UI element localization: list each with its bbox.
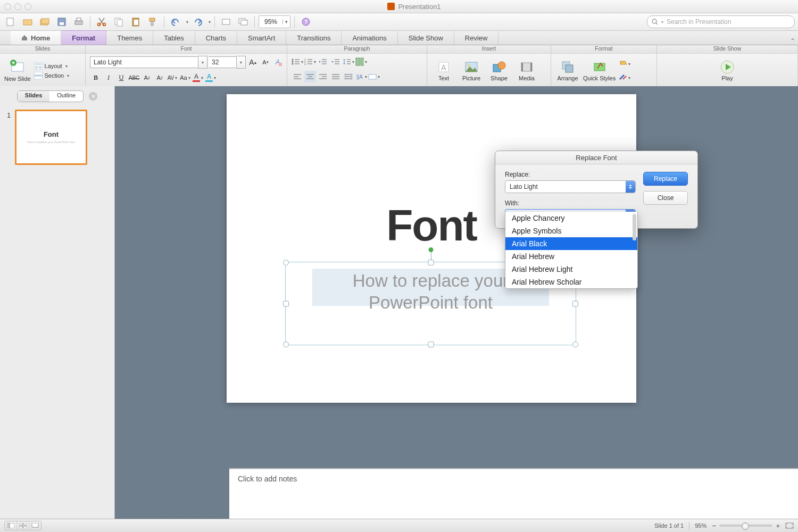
zoom-dropdown-icon[interactable]: ▾	[282, 19, 290, 24]
sorter-view-button[interactable]	[17, 521, 29, 530]
resize-handle-se[interactable]	[572, 342, 578, 347]
clear-formatting-button[interactable]: A	[272, 56, 284, 68]
superscript-button[interactable]: A2	[141, 72, 153, 84]
tab-themes[interactable]: Themes	[106, 31, 153, 45]
panel-tab-slides[interactable]: Slides	[18, 91, 49, 102]
align-center-button[interactable]	[304, 71, 316, 82]
font-option-apple-symbols[interactable]: Apple Symbols	[505, 225, 637, 237]
open-file-button[interactable]	[20, 14, 35, 29]
convert-smartart-button[interactable]: ▾	[368, 71, 380, 82]
dropdown-scrollbar[interactable]	[633, 214, 636, 240]
layout-button[interactable]: Layout▾	[34, 62, 70, 70]
tab-review[interactable]: Review	[454, 31, 499, 45]
tab-animations[interactable]: Animations	[342, 31, 397, 45]
traffic-close[interactable]	[4, 3, 11, 10]
justify-button[interactable]	[330, 71, 342, 82]
cut-button[interactable]	[94, 14, 109, 29]
distribute-button[interactable]	[343, 71, 354, 82]
font-size-select[interactable]: 32▾	[209, 56, 246, 69]
tab-format[interactable]: Format	[61, 30, 106, 45]
tab-smartart[interactable]: SmartArt	[237, 31, 286, 45]
resize-handle-nw[interactable]	[283, 260, 289, 265]
close-dialog-button[interactable]: Close	[643, 191, 688, 205]
increase-font-size-button[interactable]: A▴	[247, 56, 259, 68]
format-painter-button[interactable]	[145, 14, 160, 29]
paste-button[interactable]	[128, 14, 143, 29]
resize-handle-n[interactable]	[428, 260, 434, 265]
zoom-in-button[interactable]: +	[776, 522, 780, 530]
new-slide-qat-button[interactable]	[219, 14, 234, 29]
underline-button[interactable]: U	[115, 72, 127, 84]
italic-button[interactable]: I	[103, 72, 114, 84]
font-option-apple-chancery[interactable]: Apple Chancery	[505, 212, 637, 225]
panel-tab-outline[interactable]: Outline	[49, 91, 83, 102]
open-recent-button[interactable]	[37, 14, 52, 29]
slide-thumbnail-1[interactable]: Font How to replace your PowerPoint font	[15, 110, 87, 165]
notes-pane[interactable]: Click to add notes	[229, 469, 798, 519]
line-spacing-button[interactable]: ▾	[343, 56, 354, 68]
font-name-select[interactable]: Lato Light▾	[90, 56, 207, 69]
new-file-button[interactable]	[3, 14, 18, 29]
tab-charts[interactable]: Charts	[195, 31, 237, 45]
replace-confirm-button[interactable]: Replace	[643, 172, 688, 186]
shape-outline-button[interactable]: ▾	[619, 72, 630, 84]
panel-close-button[interactable]: ✕	[89, 92, 97, 101]
text-direction-button[interactable]: ||A▾	[355, 71, 367, 82]
highlight-button[interactable]: A▾	[205, 72, 217, 84]
search-box[interactable]: ▾ Search in Presentation	[647, 15, 795, 28]
columns-button[interactable]: ▾	[355, 56, 367, 68]
play-button[interactable]: Play	[715, 60, 739, 81]
traffic-minimize[interactable]	[14, 3, 21, 10]
help-button[interactable]: ?	[298, 14, 313, 29]
char-spacing-button[interactable]: AV▾	[167, 72, 178, 84]
numbering-button[interactable]: 123▾	[304, 56, 316, 68]
tab-slide-show[interactable]: Slide Show	[398, 31, 454, 45]
resize-handle-s[interactable]	[428, 342, 434, 347]
undo-history-dropdown[interactable]: ▾	[186, 20, 188, 24]
zoom-out-button[interactable]: −	[712, 521, 716, 530]
insert-picture-button[interactable]: Picture	[459, 60, 484, 81]
insert-text-button[interactable]: AText	[431, 60, 456, 81]
quick-styles-button[interactable]: Quick Styles	[583, 60, 616, 81]
bullets-button[interactable]: ▾	[292, 56, 303, 68]
align-right-button[interactable]	[317, 71, 329, 82]
font-option-arial-hebrew-scholar[interactable]: Arial Hebrew Scholar	[505, 276, 637, 288]
decrease-font-size-button[interactable]: A▾	[260, 56, 271, 68]
save-button[interactable]	[54, 14, 69, 29]
new-slide-button[interactable]: New Slide	[4, 60, 31, 82]
slideshow-view-button[interactable]	[29, 521, 41, 530]
redo-button[interactable]	[190, 14, 205, 29]
font-option-arial-hebrew-light[interactable]: Arial Hebrew Light	[505, 263, 637, 276]
zoom-slider-knob[interactable]	[742, 522, 749, 530]
bold-button[interactable]: B	[90, 72, 102, 84]
undo-button[interactable]	[168, 14, 183, 29]
traffic-zoom[interactable]	[24, 3, 31, 10]
section-button[interactable]: Section▾	[34, 72, 70, 79]
duplicate-slide-button[interactable]	[236, 14, 251, 29]
font-color-button[interactable]: A▾	[192, 72, 204, 84]
fit-to-window-button[interactable]	[785, 522, 794, 529]
resize-handle-sw[interactable]	[283, 342, 289, 347]
insert-media-button[interactable]: Media	[514, 60, 539, 81]
normal-view-button[interactable]	[5, 521, 17, 530]
align-left-button[interactable]	[292, 71, 303, 82]
rotation-handle[interactable]	[428, 247, 433, 252]
ribbon-expand-toggle[interactable]: ⌃	[787, 37, 798, 45]
replace-font-select[interactable]: Lato Light	[505, 180, 636, 193]
tab-transitions[interactable]: Transitions	[286, 31, 342, 45]
redo-history-dropdown[interactable]: ▾	[209, 20, 211, 24]
change-case-button[interactable]: Aa▾	[179, 72, 191, 84]
zoom-slider[interactable]	[719, 525, 772, 527]
decrease-indent-button[interactable]	[317, 56, 329, 68]
font-option-arial-black[interactable]: Arial Black	[505, 237, 637, 250]
tab-tables[interactable]: Tables	[153, 31, 195, 45]
subscript-button[interactable]: A2	[154, 72, 165, 84]
font-option-arial-hebrew[interactable]: Arial Hebrew	[505, 250, 637, 263]
shape-fill-button[interactable]: ▾	[619, 58, 630, 70]
panel-view-segmented[interactable]: Slides Outline	[17, 90, 84, 102]
strikethrough-button[interactable]: ABC	[128, 72, 140, 84]
increase-indent-button[interactable]	[330, 56, 342, 68]
copy-button[interactable]	[111, 14, 126, 29]
zoom-display[interactable]: 95% ▾	[259, 15, 290, 28]
print-button[interactable]	[71, 14, 86, 29]
